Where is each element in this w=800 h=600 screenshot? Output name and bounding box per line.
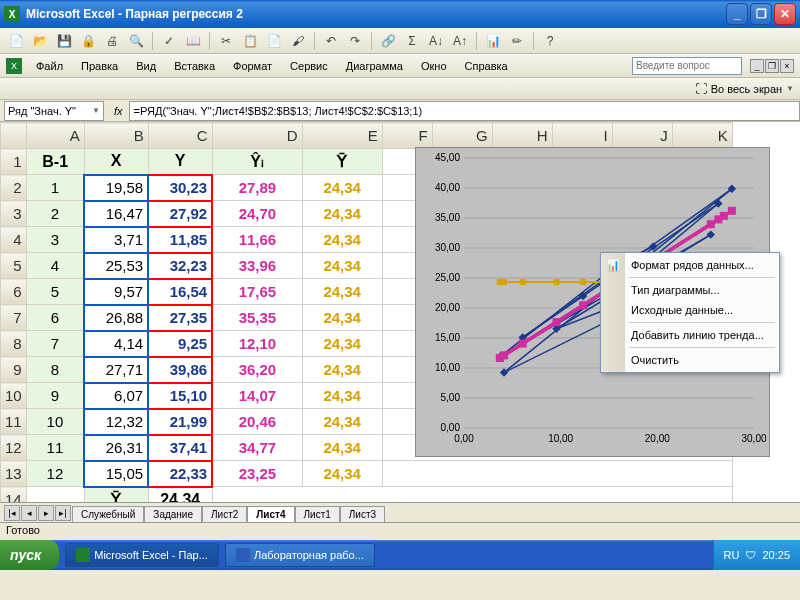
- tab-nav-next[interactable]: ▸: [38, 505, 54, 521]
- tab-nav-first[interactable]: |◂: [4, 505, 20, 521]
- cell[interactable]: 27,92: [148, 201, 212, 227]
- cell[interactable]: 4: [26, 253, 84, 279]
- cell[interactable]: 24,70: [212, 201, 302, 227]
- taskbar-item-word[interactable]: Лабораторная рабо...: [225, 543, 375, 567]
- cell[interactable]: 4,14: [84, 331, 148, 357]
- cell[interactable]: 12: [26, 461, 84, 487]
- menu-chart[interactable]: Диаграмма: [338, 58, 411, 74]
- ctx-source-data[interactable]: Исходные данные...: [601, 300, 779, 320]
- cell[interactable]: 35,35: [212, 305, 302, 331]
- cell[interactable]: В-1: [26, 149, 84, 175]
- cell[interactable]: 39,86: [148, 357, 212, 383]
- cell[interactable]: 30,23: [148, 175, 212, 201]
- col-header-j[interactable]: J: [612, 123, 672, 149]
- ctx-clear[interactable]: Очистить: [601, 350, 779, 370]
- name-box-dropdown-icon[interactable]: ▼: [92, 106, 100, 115]
- doc-restore-button[interactable]: ❐: [765, 59, 779, 73]
- col-header-k[interactable]: K: [672, 123, 732, 149]
- undo-icon[interactable]: ↶: [321, 31, 341, 51]
- col-header-c[interactable]: C: [148, 123, 212, 149]
- row-header[interactable]: 7: [1, 305, 27, 331]
- cell[interactable]: 1: [26, 175, 84, 201]
- cell[interactable]: 22,33: [148, 461, 212, 487]
- cell[interactable]: 16,47: [84, 201, 148, 227]
- cell[interactable]: 24,34: [302, 383, 382, 409]
- menu-window[interactable]: Окно: [413, 58, 455, 74]
- cell[interactable]: 8: [26, 357, 84, 383]
- cell[interactable]: 24,34: [302, 461, 382, 487]
- copy-icon[interactable]: 📋: [240, 31, 260, 51]
- cell[interactable]: 36,20: [212, 357, 302, 383]
- redo-icon[interactable]: ↷: [345, 31, 365, 51]
- cell[interactable]: 19,58: [84, 175, 148, 201]
- new-icon[interactable]: 📄: [6, 31, 26, 51]
- col-header-f[interactable]: F: [382, 123, 432, 149]
- col-header-a[interactable]: A: [26, 123, 84, 149]
- cell[interactable]: 20,46: [212, 409, 302, 435]
- cell[interactable]: 15,10: [148, 383, 212, 409]
- cell[interactable]: 12,10: [212, 331, 302, 357]
- cell[interactable]: 24,34: [302, 253, 382, 279]
- tray-lang[interactable]: RU: [724, 549, 740, 561]
- cell[interactable]: 7: [26, 331, 84, 357]
- cell[interactable]: 17,65: [212, 279, 302, 305]
- cell[interactable]: 24,34: [302, 227, 382, 253]
- cell[interactable]: X: [84, 149, 148, 175]
- cell[interactable]: 9: [26, 383, 84, 409]
- close-button[interactable]: ✕: [774, 3, 796, 25]
- cell[interactable]: 24,34: [302, 175, 382, 201]
- cell[interactable]: 26,88: [84, 305, 148, 331]
- row-header[interactable]: 4: [1, 227, 27, 253]
- cell[interactable]: 16,54: [148, 279, 212, 305]
- cell[interactable]: 27,89: [212, 175, 302, 201]
- row-header[interactable]: 9: [1, 357, 27, 383]
- fullscreen-label[interactable]: Во весь экран: [711, 83, 782, 95]
- row-header[interactable]: 5: [1, 253, 27, 279]
- row-header[interactable]: 2: [1, 175, 27, 201]
- menu-format[interactable]: Формат: [225, 58, 280, 74]
- cell[interactable]: 33,96: [212, 253, 302, 279]
- menu-file[interactable]: Файл: [28, 58, 71, 74]
- cell[interactable]: 21,99: [148, 409, 212, 435]
- cell[interactable]: 27,71: [84, 357, 148, 383]
- taskbar-item-excel[interactable]: Microsoft Excel - Пар...: [65, 543, 219, 567]
- cell[interactable]: 26,31: [84, 435, 148, 461]
- cell[interactable]: 37,41: [148, 435, 212, 461]
- paste-icon[interactable]: 📄: [264, 31, 284, 51]
- cell[interactable]: 9,25: [148, 331, 212, 357]
- name-box[interactable]: Ряд "Знач. Y" ▼: [4, 101, 104, 121]
- help-icon[interactable]: ?: [540, 31, 560, 51]
- print-icon[interactable]: 🖨: [102, 31, 122, 51]
- col-header-i[interactable]: I: [552, 123, 612, 149]
- start-button[interactable]: пуск: [0, 540, 59, 570]
- col-header-e[interactable]: E: [302, 123, 382, 149]
- menu-insert[interactable]: Вставка: [166, 58, 223, 74]
- tray-shield-icon[interactable]: 🛡: [745, 549, 756, 561]
- menu-view[interactable]: Вид: [128, 58, 164, 74]
- chart-icon[interactable]: 📊: [483, 31, 503, 51]
- cell[interactable]: Ȳ: [302, 149, 382, 175]
- cell[interactable]: 24,34: [148, 487, 212, 503]
- cell[interactable]: 6,07: [84, 383, 148, 409]
- spell-icon[interactable]: ✓: [159, 31, 179, 51]
- ctx-chart-type[interactable]: Тип диаграммы...: [601, 280, 779, 300]
- row-header[interactable]: 14: [1, 487, 27, 503]
- sheet-tab-active[interactable]: Лист4: [247, 506, 294, 522]
- cell[interactable]: 27,35: [148, 305, 212, 331]
- ctx-format-series[interactable]: 📊 Формат рядов данных...: [601, 255, 779, 275]
- maximize-button[interactable]: ❐: [750, 3, 772, 25]
- cell[interactable]: 34,77: [212, 435, 302, 461]
- col-header-h[interactable]: H: [492, 123, 552, 149]
- question-box[interactable]: [632, 57, 742, 75]
- worksheet-area[interactable]: A B C D E F G H I J K 1 В-1 X Y Ŷᵢ Ȳ 211…: [0, 122, 800, 502]
- cell[interactable]: 5: [26, 279, 84, 305]
- cell[interactable]: 24,34: [302, 305, 382, 331]
- permission-icon[interactable]: 🔒: [78, 31, 98, 51]
- row-header[interactable]: 11: [1, 409, 27, 435]
- drawing-icon[interactable]: ✏: [507, 31, 527, 51]
- cell[interactable]: 25,53: [84, 253, 148, 279]
- cell[interactable]: 24,34: [302, 331, 382, 357]
- cell[interactable]: 14,07: [212, 383, 302, 409]
- cell[interactable]: 3: [26, 227, 84, 253]
- cell[interactable]: 11: [26, 435, 84, 461]
